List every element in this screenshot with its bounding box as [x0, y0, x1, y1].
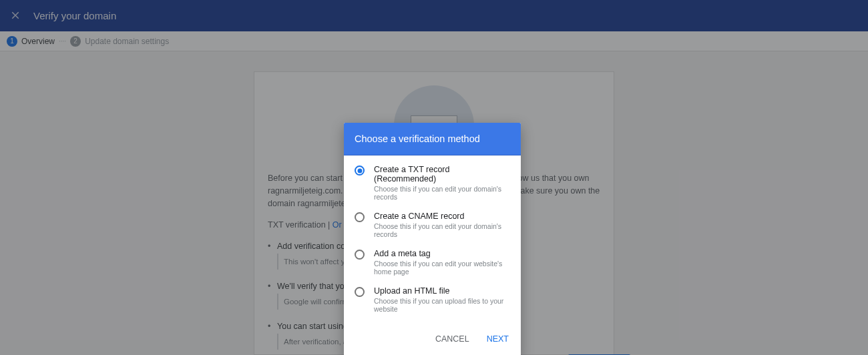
option-html-sub: Choose this if you can upload files to y… — [374, 297, 510, 313]
cancel-button[interactable]: CANCEL — [433, 330, 472, 348]
option-txt-sub: Choose this if you can edit your domain'… — [374, 185, 510, 201]
next-button[interactable]: NEXT — [484, 330, 511, 348]
option-html-label: Upload an HTML file — [374, 286, 510, 296]
option-cname-sub: Choose this if you can edit your domain'… — [374, 222, 510, 238]
option-meta-sub: Choose this if you can edit your website… — [374, 260, 510, 276]
option-cname-record[interactable]: Create a CNAME record Choose this if you… — [355, 212, 510, 238]
radio-icon — [355, 250, 365, 260]
radio-icon — [355, 287, 365, 297]
option-cname-label: Create a CNAME record — [374, 212, 510, 221]
option-meta-tag[interactable]: Add a meta tag Choose this if you can ed… — [355, 249, 510, 276]
radio-icon — [355, 165, 365, 175]
radio-icon — [355, 212, 365, 222]
option-txt-label: Create a TXT record (Recommended) — [374, 165, 510, 184]
option-meta-label: Add a meta tag — [374, 249, 510, 258]
option-html-file[interactable]: Upload an HTML file Choose this if you c… — [355, 286, 510, 313]
option-txt-record[interactable]: Create a TXT record (Recommended) Choose… — [355, 165, 510, 201]
modal-title: Choose a verification method — [344, 123, 521, 155]
verification-method-modal: Choose a verification method Create a TX… — [344, 123, 521, 355]
